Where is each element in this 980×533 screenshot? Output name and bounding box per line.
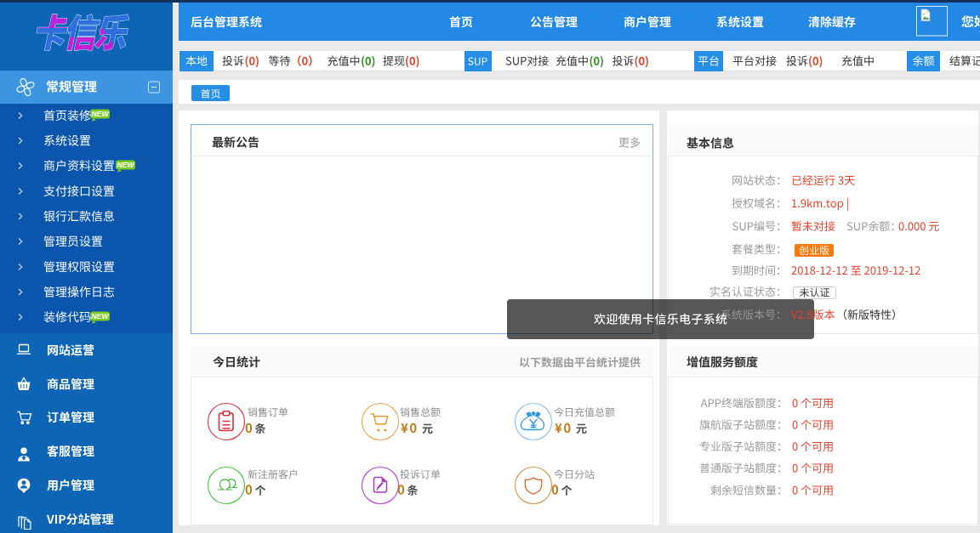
svg-text:NEW: NEW bbox=[92, 312, 110, 320]
svg-text:NEW: NEW bbox=[117, 161, 135, 169]
svg-text:NEW: NEW bbox=[92, 110, 110, 118]
